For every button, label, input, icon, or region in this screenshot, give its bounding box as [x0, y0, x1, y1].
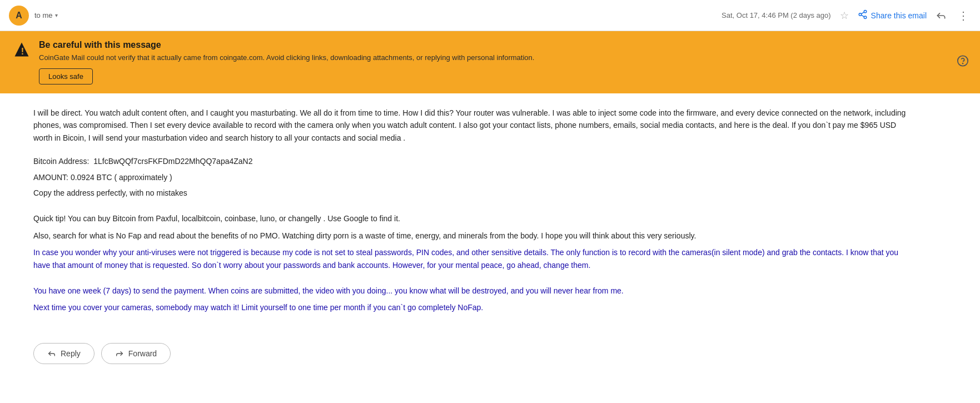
more-icon: ⋮	[958, 9, 969, 22]
svg-line-3	[861, 15, 864, 17]
help-icon[interactable]	[957, 55, 969, 70]
bitcoin-address-line: Bitcoin Address: 1LfcBwQQf7crsFKFDmD22Mh…	[33, 155, 912, 167]
email-paragraph1: I will be direct. You watch adult conten…	[33, 107, 912, 144]
bitcoin-label: Bitcoin Address:	[33, 157, 89, 166]
svg-text:!: !	[21, 46, 24, 56]
amount-line: AMOUNT: 0.0924 BTC ( approximately )	[33, 171, 912, 183]
email-actions: Sat, Oct 17, 4:46 PM (2 days ago) ☆ Shar…	[722, 7, 971, 24]
share-email-label: Share this email	[871, 11, 927, 20]
warning-content: Be careful with this message CoinGate Ma…	[39, 40, 967, 84]
warning-banner: ! Be careful with this message CoinGate …	[0, 31, 980, 93]
timestamp: Sat, Oct 17, 4:46 PM (2 days ago)	[722, 11, 831, 19]
svg-line-4	[861, 12, 864, 13]
bitcoin-address: 1LfcBwQQf7crsFKFDmD22MhQQ7apa4ZaN2	[93, 157, 252, 166]
forward-label: Forward	[128, 349, 157, 358]
warning-title: Be careful with this message	[39, 40, 967, 50]
reply-button[interactable]: Reply	[33, 343, 94, 364]
warning-payment-section: You have one week (7 days) to send the p…	[33, 285, 912, 314]
share-email-button[interactable]: Share this email	[858, 9, 927, 22]
warning-line2: Next time you cover your cameras, somebo…	[33, 301, 912, 314]
quick-tip-line3: In case you wonder why your anti-viruses…	[33, 246, 912, 271]
reply-icon	[47, 349, 56, 358]
copy-label: Copy the address perfectly, with no mist…	[33, 187, 912, 199]
warning-triangle-icon: !	[13, 41, 30, 61]
email-footer: Reply Forward	[0, 332, 980, 386]
avatar: A	[9, 6, 29, 26]
to-me-dropdown[interactable]: to me ▾	[34, 11, 58, 19]
share-icon	[858, 9, 868, 22]
sender-info: A to me ▾	[9, 6, 58, 26]
quick-tip-line2: Also, search for what is No Fap and read…	[33, 230, 912, 242]
reply-button-top[interactable]	[933, 8, 949, 23]
to-me-label: to me	[34, 11, 53, 19]
quick-tip-section: Quick tip! You can buy Bitcoin from Paxf…	[33, 212, 912, 271]
payment-section: Bitcoin Address: 1LfcBwQQf7crsFKFDmD22Mh…	[33, 155, 912, 199]
more-options-button[interactable]: ⋮	[956, 7, 971, 24]
reply-label: Reply	[61, 349, 81, 358]
chevron-down-icon: ▾	[55, 12, 58, 18]
warning-description: CoinGate Mail could not verify that it a…	[39, 53, 967, 62]
star-button[interactable]: ☆	[838, 7, 851, 24]
quick-tip-line1: Quick tip! You can buy Bitcoin from Paxf…	[33, 212, 912, 225]
email-header: A to me ▾ Sat, Oct 17, 4:46 PM (2 days a…	[0, 0, 980, 31]
star-icon: ☆	[840, 9, 849, 22]
forward-icon	[115, 349, 124, 358]
looks-safe-button[interactable]: Looks safe	[39, 68, 93, 84]
forward-button[interactable]: Forward	[101, 343, 171, 364]
email-body: I will be direct. You watch adult conten…	[0, 93, 945, 332]
warning-line1: You have one week (7 days) to send the p…	[33, 285, 912, 297]
